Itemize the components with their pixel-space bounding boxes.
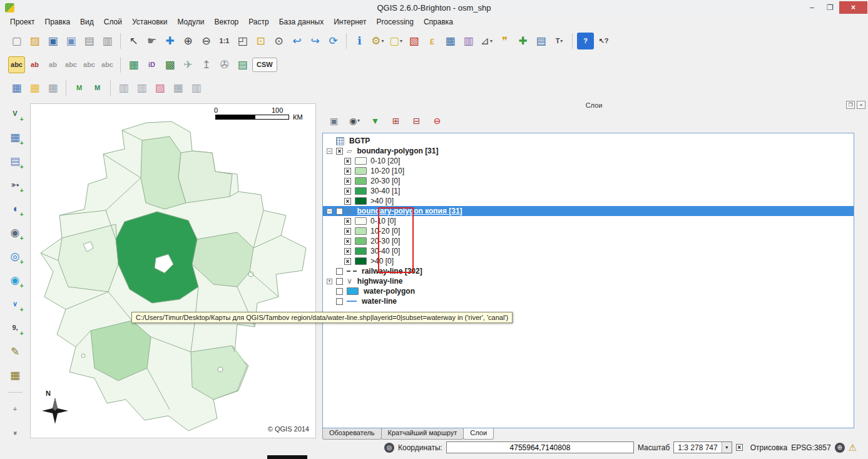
layer-checkbox[interactable] [336, 288, 343, 295]
scale-dropdown-icon[interactable]: ▾ [722, 442, 732, 453]
legend-checkbox[interactable]: × [344, 248, 351, 255]
new-project-button[interactable]: ▢ [8, 33, 25, 49]
zoom-in-button[interactable]: ⊕ [180, 33, 197, 49]
legend-row[interactable]: ×10-20 [10] [323, 166, 854, 176]
add-group-button[interactable]: ▣ [327, 113, 341, 128]
legend-checkbox[interactable]: × [344, 258, 351, 265]
map-canvas[interactable]: 0 100 КМ N © QGIS 2014 [30, 103, 316, 438]
save-project-as-button[interactable]: ▣ [63, 33, 79, 49]
show-bookmarks-button[interactable]: ▤ [533, 33, 549, 49]
legend-row[interactable]: ×30-40 [1] [323, 186, 854, 196]
panel-tab-layers[interactable]: Слои [463, 428, 494, 440]
scale-combobox[interactable]: 1:3 278 747 ▾ [673, 441, 732, 453]
table-plugin-3-button[interactable]: ▦ [170, 80, 186, 96]
filter-legend-button[interactable]: ▼ [368, 113, 382, 128]
menu-web[interactable]: Интернет [329, 16, 371, 28]
id-editor-plugin-button[interactable]: iD [143, 56, 160, 73]
text-annotation-button[interactable]: T▾ [551, 33, 568, 49]
save-project-button[interactable]: ▣ [44, 33, 61, 49]
composer-manager-button[interactable]: ▥ [99, 33, 116, 49]
help-contents-button[interactable]: ? [577, 33, 594, 49]
add-spatialite-layer-button[interactable]: ➳+ [7, 177, 24, 193]
legend-checkbox[interactable]: × [344, 238, 351, 245]
pan-map-button[interactable]: ☛ [143, 33, 160, 49]
collapse-all-button[interactable]: ⊟ [409, 113, 424, 128]
menu-layer[interactable]: Слой [99, 16, 127, 28]
open-attribute-table-button[interactable]: ▦ [442, 33, 459, 49]
legend-checkbox[interactable]: × [344, 178, 351, 185]
refresh-map-button[interactable]: ⟳ [325, 33, 342, 49]
render-checkbox[interactable]: × [736, 444, 743, 451]
zoom-full-extent-button[interactable]: ◰ [234, 33, 251, 49]
remove-layer-button[interactable]: ⊖ [430, 113, 444, 128]
menu-view[interactable]: Вид [75, 16, 99, 28]
new-spatialite-layer-button[interactable]: ▦ [7, 367, 24, 384]
add-wms-layer-button[interactable]: ◎+ [7, 248, 24, 265]
minimize-button[interactable]: – [803, 1, 821, 14]
legend-checkbox[interactable]: × [344, 158, 351, 165]
select-features-button[interactable]: ▢▾ [387, 33, 404, 49]
add-database-layer-button[interactable]: ▤+ [7, 153, 24, 170]
rotate-label-button[interactable]: abc [81, 56, 98, 73]
whats-this-button[interactable]: ↖? [595, 33, 612, 49]
layer-row[interactable]: water-line [323, 296, 854, 306]
legend-checkbox[interactable]: × [344, 168, 351, 175]
layer-checkbox[interactable] [336, 208, 343, 215]
measure-dropdown-icon[interactable]: ▾ [490, 38, 493, 44]
layer-checkbox[interactable]: × [336, 148, 343, 155]
zoom-native-button[interactable]: 1:1 [216, 33, 233, 49]
open-project-button[interactable]: ▨ [26, 33, 43, 49]
add-vector-layer-button[interactable]: V+ [7, 105, 24, 122]
touch-zoom-pan-button[interactable]: ↖ [125, 33, 142, 49]
expander-plus-icon[interactable]: + [327, 279, 332, 284]
text-annotation-dropdown-icon[interactable]: ▾ [560, 38, 563, 44]
messages-warning-icon[interactable]: ⚠ [849, 442, 857, 453]
layer-checkbox[interactable] [336, 268, 343, 275]
legend-row[interactable]: ×>40 [0] [323, 196, 854, 206]
crs-status-icon[interactable]: ⊕ [835, 443, 845, 453]
add-delimited-text-layer-button[interactable]: 9,+ [7, 319, 24, 336]
layers-plugin-yellow-button[interactable]: ▦ [26, 80, 43, 96]
zoom-out-button[interactable]: ⊖ [198, 33, 215, 49]
panel-tab-shortest-route[interactable]: Кратчайший маршрут [381, 428, 464, 440]
run-feature-action-dropdown-icon[interactable]: ▾ [382, 38, 384, 44]
legend-checkbox[interactable]: × [344, 188, 351, 195]
layer-row[interactable]: +∨highway-line [323, 276, 854, 286]
show-hide-labels-button[interactable]: ab [44, 56, 61, 73]
change-label-button[interactable]: abc [99, 56, 116, 73]
hatch-plugin-button[interactable]: ▨ [151, 80, 168, 96]
select-features-dropdown-icon[interactable]: ▾ [400, 38, 402, 44]
menu-project[interactable]: Проект [5, 16, 40, 28]
raster-terrain-plugin-button[interactable]: ▩ [161, 56, 178, 73]
zoom-next-button[interactable]: ↪ [307, 33, 324, 49]
add-raster-layer-button[interactable]: ▦+ [7, 129, 24, 146]
close-button[interactable]: × [839, 1, 867, 14]
osm-editor-plugin-button[interactable]: ▦ [125, 56, 142, 73]
menu-raster[interactable]: Растр [243, 16, 273, 28]
select-by-expression-button[interactable]: ε [424, 33, 441, 49]
db-manager-plugin-button[interactable]: ▤ [234, 56, 251, 73]
dock-float-button[interactable]: ❐ [846, 101, 855, 109]
add-wcs-layer-button[interactable]: ◉+ [7, 272, 24, 289]
expander-minus-icon[interactable]: − [327, 209, 332, 214]
layers-plugin-gray-button[interactable]: ▦ [44, 80, 61, 96]
menu-database[interactable]: База данных [274, 16, 329, 28]
panel-tab-browser[interactable]: Обозреватель [322, 428, 382, 440]
layer-row[interactable]: −×▱boundary-polygon [31] [323, 146, 854, 156]
toolbar-overflow-button[interactable]: » [7, 425, 24, 441]
manage-layer-visibility-dropdown-icon[interactable]: ▾ [357, 118, 360, 123]
map-tips-button[interactable]: ❞ [496, 33, 513, 49]
coordinate-capture-icon[interactable]: ◎ [384, 443, 394, 453]
expander-minus-icon[interactable]: − [327, 148, 332, 154]
manage-layer-visibility-button[interactable]: ◉▾ [347, 113, 362, 128]
table-plugin-1-button[interactable]: ▥ [115, 80, 132, 96]
legend-checkbox[interactable]: × [344, 228, 351, 235]
pin-label-button[interactable]: abc [63, 56, 79, 73]
layer-checkbox[interactable] [336, 298, 343, 305]
new-shapefile-layer-button[interactable]: ✎ [7, 343, 24, 360]
legend-checkbox[interactable]: × [344, 218, 351, 225]
layer-checkbox[interactable] [336, 278, 343, 285]
dock-header[interactable]: Слои ❐ × [320, 100, 868, 111]
dock-close-button[interactable]: × [857, 101, 865, 109]
add-mssql-layer-button[interactable]: ◖+ [7, 200, 24, 217]
